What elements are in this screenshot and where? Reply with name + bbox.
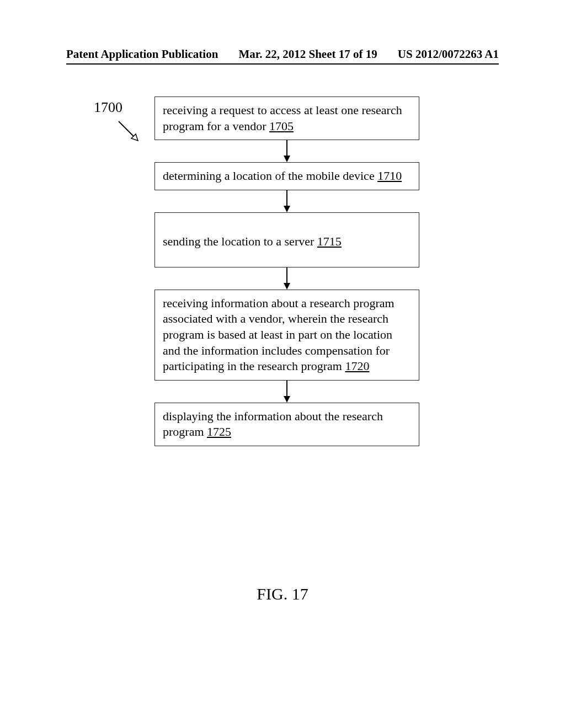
step-ref-number: 1705 bbox=[269, 119, 294, 133]
svg-marker-3 bbox=[284, 156, 290, 162]
header-left: Patent Application Publication bbox=[66, 47, 218, 61]
flow-arrow-icon bbox=[154, 267, 419, 290]
step-ref-number: 1715 bbox=[317, 234, 342, 248]
step-ref-number: 1725 bbox=[207, 425, 231, 438]
step-ref-number: 1720 bbox=[345, 359, 369, 373]
flow-arrow-icon bbox=[154, 140, 419, 162]
page-header: Patent Application Publication Mar. 22, … bbox=[0, 47, 565, 61]
header-rule bbox=[66, 63, 499, 65]
flowchart-step-1710: determining a location of the mobile dev… bbox=[154, 162, 419, 190]
step-ref-number: 1710 bbox=[377, 169, 402, 183]
flowchart-reference-number: 1700 bbox=[94, 99, 122, 116]
svg-marker-5 bbox=[284, 206, 290, 212]
svg-marker-7 bbox=[284, 283, 290, 290]
flowchart-step-1705: receiving a request to access at least o… bbox=[154, 97, 419, 140]
flow-arrow-icon bbox=[154, 190, 419, 212]
step-text: sending the location to a server bbox=[163, 234, 317, 248]
flowchart-step-1720: receiving information about a research p… bbox=[154, 290, 419, 381]
header-center: Mar. 22, 2012 Sheet 17 of 19 bbox=[238, 47, 377, 61]
flowchart-step-1725: displaying the information about the res… bbox=[154, 403, 419, 446]
svg-marker-9 bbox=[284, 396, 290, 403]
patent-page: Patent Application Publication Mar. 22, … bbox=[0, 0, 565, 728]
header-right: US 2012/0072263 A1 bbox=[398, 47, 499, 61]
flowchart-step-1715: sending the location to a server 1715 bbox=[154, 212, 419, 267]
figure-caption: FIG. 17 bbox=[0, 585, 565, 603]
step-text: determining a location of the mobile dev… bbox=[163, 169, 377, 183]
flowchart: receiving a request to access at least o… bbox=[154, 97, 419, 446]
flow-arrow-icon bbox=[154, 381, 419, 403]
diagonal-arrow-icon bbox=[116, 119, 143, 146]
step-text: displaying the information about the res… bbox=[163, 409, 383, 439]
